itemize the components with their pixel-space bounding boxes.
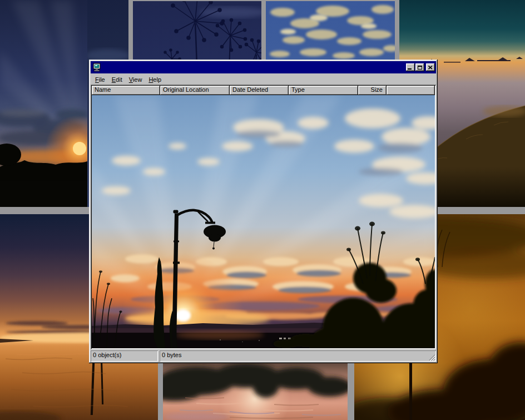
resize-grip[interactable]: [428, 354, 435, 361]
titlebar[interactable]: [91, 61, 436, 73]
wallpaper-tile-sunset-rays: [0, 0, 87, 207]
column-header-size[interactable]: Size: [358, 86, 387, 95]
close-icon: [428, 66, 433, 70]
statusbar: 0 object(s) 0 bytes: [91, 350, 436, 362]
menu-item-edit[interactable]: Edit: [108, 75, 126, 84]
sunset-rays-image: [0, 0, 87, 207]
menu-item-file[interactable]: File: [92, 75, 108, 84]
window-icon[interactable]: [92, 63, 101, 72]
status-total-size: 0 bytes: [160, 350, 436, 362]
column-header-type[interactable]: Type: [289, 86, 358, 95]
close-button[interactable]: [426, 63, 435, 71]
minimize-button[interactable]: [406, 63, 415, 71]
list-content-area[interactable]: [92, 95, 435, 348]
list-view: Name Original Location Date Deleted Type…: [91, 85, 436, 349]
status-object-count: 0 object(s): [91, 350, 158, 362]
sunset-streetlamp-photo: [92, 95, 435, 348]
minimize-icon: [408, 68, 412, 70]
column-header-filler: [387, 86, 435, 95]
column-header-row: Name Original Location Date Deleted Type…: [92, 86, 435, 95]
recycle-bin-window: File Edit View Help Name Original Locati…: [89, 60, 438, 363]
column-header-original-location[interactable]: Original Location: [160, 86, 230, 95]
menu-item-view[interactable]: View: [126, 75, 146, 84]
maximize-button[interactable]: [415, 63, 424, 71]
column-header-date-deleted[interactable]: Date Deleted: [230, 86, 289, 95]
maximize-icon: [418, 66, 422, 70]
column-header-name[interactable]: Name: [92, 86, 160, 95]
menu-item-help[interactable]: Help: [145, 75, 165, 84]
menubar: File Edit View Help: [91, 74, 436, 85]
